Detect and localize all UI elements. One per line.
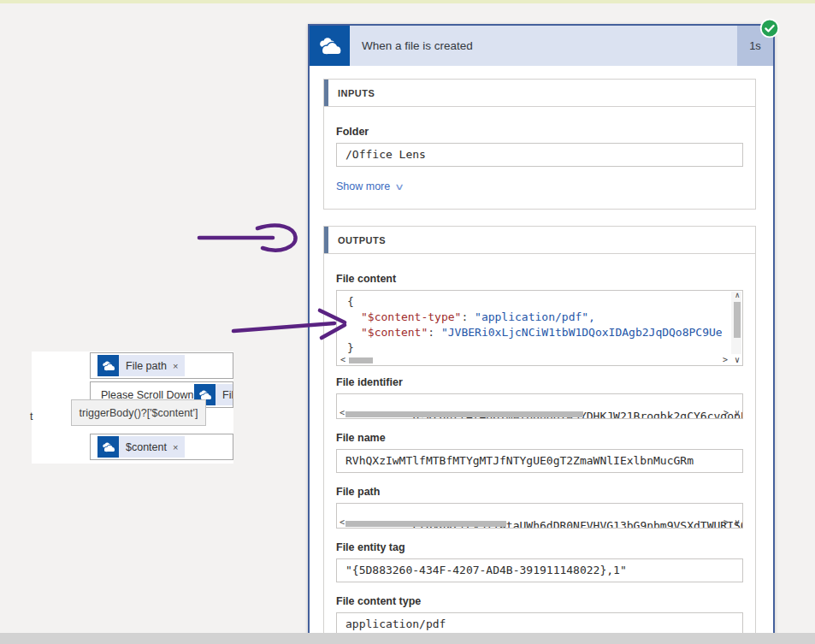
- inputs-section-header: INPUTS: [324, 80, 755, 107]
- file-name-value-box[interactable]: RVhQXzIwMTlfMTBfMTYgMTJfNTYgUE0gT2ZmaWNl…: [336, 449, 743, 473]
- trigger-card: When a file is created 1s INPUTS Folder …: [308, 24, 775, 644]
- inputs-header-label: INPUTS: [338, 88, 375, 98]
- chip-label-text: File path: [126, 360, 167, 372]
- onedrive-icon: [310, 26, 350, 66]
- scroll-left-arrow[interactable]: <: [340, 518, 345, 527]
- outputs-header-label: OUTPUTS: [338, 235, 386, 245]
- floating-editor-fragment: File path × Please Scroll Down -- File $…: [32, 352, 233, 464]
- file-content-label: File content: [336, 273, 743, 285]
- file-entity-tag-value-box[interactable]: "{5D883260-434F-4207-AD4B-391911148022},…: [336, 558, 743, 582]
- chip-label-text: $content: [126, 441, 167, 453]
- file-name-label: File name: [336, 432, 743, 444]
- file-content-json-box[interactable]: { "$content-type": "application/pdf", "$…: [336, 290, 743, 366]
- dynamic-field-row[interactable]: $content ×: [90, 434, 233, 460]
- remove-token-icon[interactable]: ×: [173, 361, 178, 371]
- folder-label: Folder: [336, 126, 743, 138]
- remove-token-icon[interactable]: ×: [173, 442, 178, 452]
- json-colon: :: [461, 310, 475, 323]
- dynamic-field-row[interactable]: File path ×: [90, 352, 233, 379]
- arrow-to-outputs: [199, 226, 296, 251]
- content-token-chip[interactable]: $content ×: [97, 436, 185, 458]
- json-close-brace: }: [347, 341, 354, 354]
- scroll-left-arrow[interactable]: <: [340, 409, 345, 417]
- inputs-section: INPUTS Folder /Office Lens Show more ∨: [323, 79, 756, 210]
- json-colon-2: :: [428, 326, 441, 339]
- clipped-text-fragment: t: [30, 411, 32, 422]
- scroll-right-arrow[interactable]: >: [723, 356, 728, 364]
- file-identifier-value-box[interactable]: b!kZQhzt4t4UGTmwlognoUIwSYDHKJW21Brogbk2…: [336, 393, 743, 419]
- top-accent-band: [0, 0, 815, 3]
- scroll-right-arrow[interactable]: >: [723, 518, 729, 527]
- folder-value-box[interactable]: /Office Lens: [336, 143, 743, 167]
- scroll-down-arrow[interactable]: ∨: [735, 518, 740, 527]
- file-path-token-chip[interactable]: File path ×: [97, 355, 185, 376]
- bottom-scrollbar[interactable]: [0, 633, 815, 644]
- show-more-label: Show more: [336, 180, 390, 192]
- file-identifier-label: File identifier: [336, 376, 743, 388]
- json-content-key: "$content": [361, 326, 428, 339]
- trigger-card-header[interactable]: When a file is created 1s: [310, 26, 773, 66]
- chip-label-text: File: [222, 389, 233, 401]
- horizontal-scroll-thumb[interactable]: [345, 521, 506, 527]
- outputs-section-header: OUTPUTS: [324, 227, 755, 254]
- json-content-type-value: "application/pdf",: [475, 310, 595, 323]
- json-content-type-key: "$content-type": [361, 310, 461, 323]
- outputs-section: OUTPUTS File content { "$content-type": …: [323, 226, 756, 644]
- file-entity-tag-label: File entity tag: [336, 541, 743, 553]
- scroll-left-arrow[interactable]: <: [340, 356, 345, 364]
- trigger-card-body: INPUTS Folder /Office Lens Show more ∨ O…: [310, 66, 773, 644]
- scroll-down-arrow[interactable]: ∨: [735, 409, 740, 417]
- file-path-label: File path: [336, 486, 743, 498]
- onedrive-icon: [97, 355, 119, 376]
- scroll-right-arrow[interactable]: >: [723, 409, 729, 417]
- json-open-brace: {: [347, 295, 354, 308]
- trigger-title: When a file is created: [350, 26, 737, 66]
- horizontal-scroll-thumb[interactable]: [345, 411, 583, 417]
- status-success-icon: [759, 18, 780, 38]
- expression-tooltip: triggerBody()?['$content']: [71, 399, 206, 426]
- file-content-type-label: File content type: [336, 595, 743, 607]
- horizontal-scroll-thumb[interactable]: [349, 357, 373, 363]
- file-path-value-box[interactable]: L2RyaXZlcy9iIWtaUWh6dDR0NFVHVG13bG9nbm9V…: [336, 503, 743, 529]
- json-content-value: "JVBERi0xLjcNCiW1tbW1DQoxIDAgb2JqDQo8PC9…: [441, 326, 722, 339]
- show-more-toggle[interactable]: Show more ∨: [336, 180, 403, 192]
- onedrive-icon: [97, 436, 119, 458]
- vertical-scroll-thumb[interactable]: [734, 302, 741, 338]
- chevron-down-icon: ∨: [394, 181, 405, 192]
- scroll-up-arrow[interactable]: ∧: [735, 291, 740, 299]
- scroll-down-arrow[interactable]: ∨: [735, 356, 740, 364]
